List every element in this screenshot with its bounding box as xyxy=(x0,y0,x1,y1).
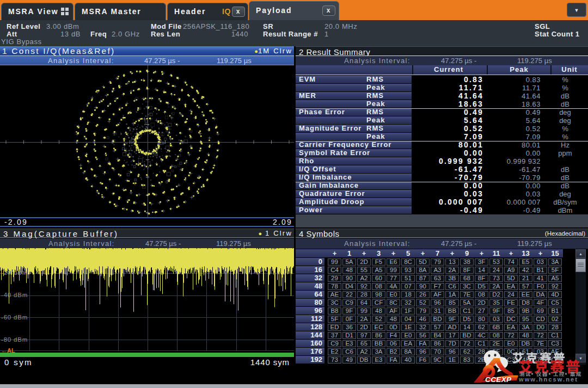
svg-text:CCEXP: CCEXP xyxy=(485,375,512,384)
svg-text:www.hncsw.net: www.hncsw.net xyxy=(518,376,578,383)
